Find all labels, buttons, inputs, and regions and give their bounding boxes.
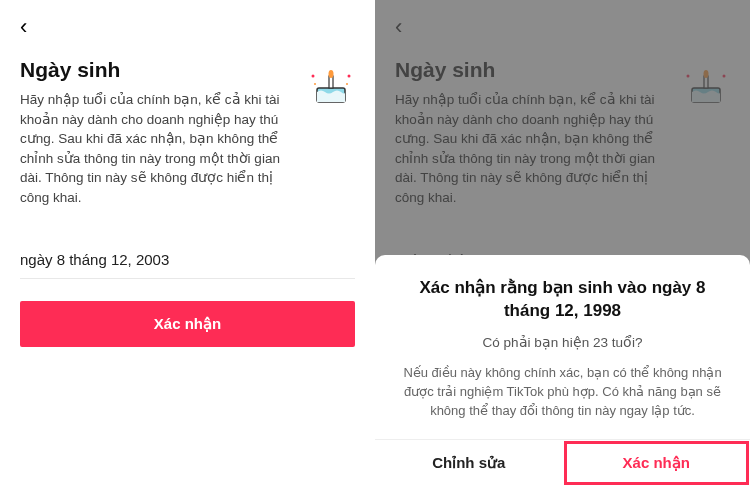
birthday-screen-right: ‹ Ngày sinh Hãy nhập tuổi của chính bạn,… bbox=[375, 0, 750, 500]
modal-warning-text: Nếu điều này không chính xác, bạn có thể… bbox=[393, 364, 732, 421]
back-button[interactable]: ‹ bbox=[20, 14, 27, 40]
svg-point-4 bbox=[348, 75, 351, 78]
modal-title: Xác nhận rằng bạn sinh vào ngày 8 tháng … bbox=[393, 277, 732, 323]
modal-actions: Chỉnh sửa Xác nhận bbox=[375, 439, 750, 486]
page-description: Hãy nhập tuổi của chính bạn, kể cả khi t… bbox=[20, 90, 290, 207]
birthday-cake-icon bbox=[307, 62, 355, 114]
edit-button[interactable]: Chỉnh sửa bbox=[375, 440, 563, 486]
birthday-date-field[interactable]: ngày 8 tháng 12, 2003 bbox=[20, 251, 355, 279]
svg-point-2 bbox=[329, 70, 334, 78]
svg-point-3 bbox=[312, 75, 315, 78]
header: Ngày sinh Hãy nhập tuổi của chính bạn, k… bbox=[20, 58, 355, 207]
birthday-screen-left: ‹ Ngày sinh Hãy nhập tuổi của chính bạn,… bbox=[0, 0, 375, 500]
confirm-button[interactable]: Xác nhận bbox=[563, 440, 751, 486]
modal-age-question: Có phải bạn hiện 23 tuổi? bbox=[393, 334, 732, 350]
header-text: Ngày sinh Hãy nhập tuổi của chính bạn, k… bbox=[20, 58, 290, 207]
confirm-button[interactable]: Xác nhận bbox=[20, 301, 355, 347]
page-title: Ngày sinh bbox=[20, 58, 290, 82]
svg-point-6 bbox=[346, 83, 348, 85]
svg-point-5 bbox=[314, 83, 316, 85]
confirm-birthday-modal: Xác nhận rằng bạn sinh vào ngày 8 tháng … bbox=[375, 255, 750, 500]
